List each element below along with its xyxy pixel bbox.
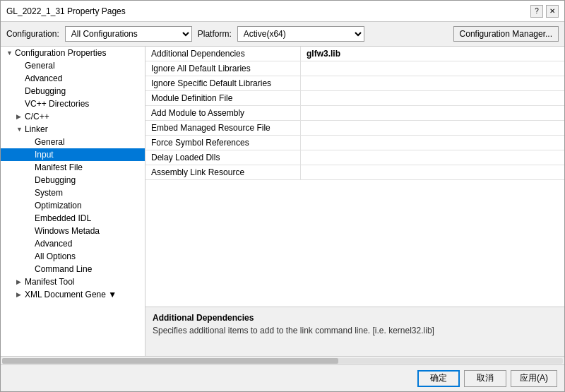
config-row: Configuration: All Configurations Platfo… [1,22,564,47]
tree-item-label: Embedded IDL [35,213,91,223]
prop-name: Add Module to Assembly [145,106,301,120]
prop-desc-text: Specifies additional items to add to the… [153,326,557,335]
prop-value [301,76,312,90]
tree-arrow [16,62,25,69]
tree-item-linker-command-line[interactable]: Command Line [1,263,145,275]
tree-item-linker-debugging[interactable]: Debugging [1,174,145,186]
tree-item-manifest-tool[interactable]: ▶ Manifest Tool [1,275,145,288]
tree-item-label: General [25,61,55,71]
prop-value [301,106,312,120]
table-row[interactable]: Assembly Link Resource [145,165,564,180]
tree-item-linker-manifest[interactable]: Manifest File [1,161,145,174]
tree-item-vcpp-dirs[interactable]: VC++ Directories [1,97,145,110]
prop-value [301,136,312,150]
tree-item-label: Command Line [35,264,92,274]
prop-value [301,61,312,76]
configuration-select[interactable]: All Configurations [65,26,192,42]
table-row[interactable]: Ignore All Default Libraries [145,61,564,76]
property-description: Additional Dependencies Specifies additi… [145,307,564,356]
tree-item-general[interactable]: General [1,59,145,72]
tree-arrow [26,227,35,234]
tree-item-xml-doc[interactable]: ▶ XML Document Gene ▼ [1,288,145,301]
tree-item-cpp[interactable]: ▶ C/C++ [1,110,145,123]
tree-arrow [26,177,35,184]
table-row[interactable]: Ignore Specific Default Libraries [145,76,564,91]
tree-item-label: Manifest Tool [25,277,74,287]
tree-arrow [26,240,35,247]
close-button[interactable]: ✕ [546,5,559,18]
dialog-title: GL_2022_1_31 Property Pages [6,6,126,16]
tree-item-advanced[interactable]: Advanced [1,72,145,85]
table-row[interactable]: Additional Dependencies glfw3.lib [145,47,564,61]
tree-arrow: ▶ [16,291,25,298]
tree-item-linker[interactable]: ▼ Linker [1,123,145,136]
tree-pane: ▼ Configuration Properties General Advan… [1,47,145,356]
footer: 确定 取消 应用(A) [1,364,564,391]
platform-label: Platform: [198,29,232,39]
table-row[interactable]: Add Module to Assembly [145,106,564,121]
apply-button[interactable]: 应用(A) [511,370,557,387]
tree-arrow [16,75,25,82]
tree-item-label: Advanced [25,73,62,83]
cancel-button[interactable]: 取消 [464,370,506,387]
tree-arrow: ▼ [16,126,25,133]
tree-arrow [26,138,35,145]
tree-item-label: Advanced [35,239,72,249]
tree-arrow [16,100,25,107]
tree-item-linker-general[interactable]: General [1,136,145,148]
tree-item-label: System [35,188,63,198]
tree-item-label: Input [35,150,54,160]
tree-item-linker-optimization[interactable]: Optimization [1,199,145,212]
tree-arrow [26,151,35,158]
tree-item-linker-all-options[interactable]: All Options [1,250,145,263]
tree-item-label: Manifest File [35,162,83,172]
tree-item-linker-embedded-idl[interactable]: Embedded IDL [1,212,145,225]
main-content: ▼ Configuration Properties General Advan… [1,47,564,356]
title-bar-controls: ? ✕ [530,5,559,18]
prop-name: Assembly Link Resource [145,165,301,179]
prop-name: Ignore All Default Libraries [145,61,301,76]
property-table: Additional Dependencies glfw3.lib Ignore… [145,47,564,307]
prop-value: glfw3.lib [301,47,346,61]
tree-item-linker-advanced[interactable]: Advanced [1,237,145,250]
properties-pane: Additional Dependencies glfw3.lib Ignore… [145,47,564,356]
tree-item-label: Optimization [35,201,82,210]
platform-select[interactable]: Active(x64) [237,26,364,42]
tree-arrow [26,164,35,171]
prop-name: Delay Loaded Dlls [145,150,301,165]
tree-arrow: ▶ [16,113,25,120]
table-row[interactable]: Module Definition File [145,91,564,106]
tree-arrow [16,88,25,95]
config-manager-button[interactable]: Configuration Manager... [453,26,559,42]
tree-item-linker-windows-meta[interactable]: Windows Metada [1,225,145,237]
prop-value [301,150,312,165]
table-row[interactable]: Force Symbol References [145,136,564,150]
prop-name: Module Definition File [145,91,301,105]
tree-item-label: General [35,137,65,147]
tree-item-label: Debugging [35,175,76,185]
tree-arrow: ▶ [16,278,25,285]
table-row[interactable]: Embed Managed Resource File [145,121,564,136]
tree-item-label: C/C++ [25,112,49,121]
tree-arrow [26,266,35,273]
ok-button[interactable]: 确定 [417,370,460,387]
tree-item-label: Windows Metada [35,226,100,236]
tree-item-config-props[interactable]: ▼ Configuration Properties [1,47,145,59]
prop-value [301,91,312,105]
tree-item-label: Configuration Properties [15,48,106,58]
tree-item-linker-system[interactable]: System [1,186,145,199]
scroll-track [2,358,563,364]
title-bar: GL_2022_1_31 Property Pages ? ✕ [1,1,564,22]
tree-item-label: VC++ Directories [25,99,89,109]
tree-item-label: Linker [25,124,48,134]
tree-arrow [26,215,35,222]
property-pages-dialog: GL_2022_1_31 Property Pages ? ✕ Configur… [0,0,565,392]
table-row[interactable]: Delay Loaded Dlls [145,150,564,165]
config-label: Configuration: [6,29,59,39]
prop-name: Ignore Specific Default Libraries [145,76,301,90]
help-button[interactable]: ? [530,5,543,18]
tree-item-debugging-top[interactable]: Debugging [1,85,145,97]
prop-desc-title: Additional Dependencies [153,313,557,323]
tree-item-linker-input[interactable]: Input [1,148,145,161]
bottom-scrollbar[interactable] [1,356,564,364]
